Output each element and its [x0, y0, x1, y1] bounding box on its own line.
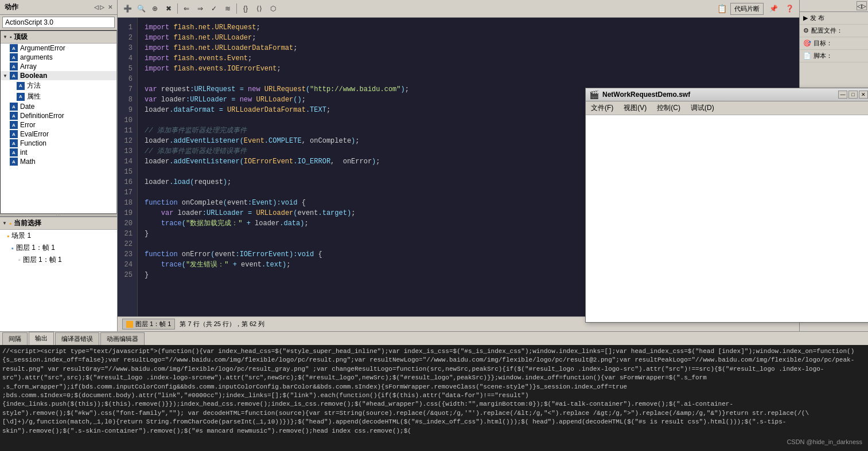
- script-version-select[interactable]: ActionScript 3.0: [2, 17, 115, 28]
- swf-menu-debug-label: 调试(D): [691, 104, 714, 112]
- scene-label: 场景 1: [11, 231, 31, 241]
- toolbar-right: 📋 代码片断 📌 ❓: [717, 2, 796, 15]
- publish-label: 发 布: [810, 14, 824, 22]
- swf-menu-file[interactable]: 文件(F): [589, 103, 615, 113]
- class-icon: A: [10, 44, 18, 52]
- find-btn[interactable]: 🔍: [135, 2, 147, 15]
- debug-btn[interactable]: ⬡: [267, 2, 279, 15]
- collapse-btn[interactable]: {}: [239, 2, 252, 15]
- collapse-icon-bottom[interactable]: ▼: [2, 221, 7, 226]
- layer-item[interactable]: ▪ 图层 1：帧 1: [0, 242, 117, 254]
- swf-close[interactable]: ✕: [859, 91, 868, 99]
- tree-item-int[interactable]: A int: [1, 148, 116, 157]
- tree-item-label: Date: [20, 103, 34, 111]
- tab-animation-editor[interactable]: 动画编辑器: [100, 332, 145, 345]
- actions-title: 动作 ◁ ▷ ✕: [0, 0, 117, 15]
- tree-item-boolean-group[interactable]: ▼ A Boolean: [1, 71, 116, 80]
- script-icon: 📋: [717, 4, 727, 13]
- right-panel-script[interactable]: 📄 脚本：: [800, 50, 868, 62]
- frame-icon: ▫: [18, 257, 21, 263]
- class-icon: A: [17, 82, 25, 90]
- delete-btn[interactable]: ✖: [162, 2, 175, 15]
- expand-btn[interactable]: ⟨⟩: [253, 2, 266, 15]
- indent-btn[interactable]: ⇐: [180, 2, 193, 15]
- swf-window: 🎬 NetWorkRequestDemo.swf — □ ✕ 文件(F) 视图(…: [585, 88, 868, 323]
- tree-item-boolean-method[interactable]: A 方法: [1, 80, 116, 91]
- right-panel-toggle[interactable]: ◁▷: [857, 1, 867, 10]
- tree-item-error[interactable]: A Error: [1, 120, 116, 130]
- window-arrows[interactable]: ◁ ▷ ✕: [94, 4, 112, 10]
- auto-format-btn[interactable]: ≋: [221, 2, 234, 15]
- tab-compiler-errors[interactable]: 编译器错误: [55, 332, 99, 345]
- swf-minimize[interactable]: —: [838, 91, 847, 99]
- code-snippet-btn[interactable]: 代码片断: [730, 3, 764, 15]
- tree-item-date[interactable]: A Date: [1, 102, 116, 111]
- tree-item-label: DefinitionError: [20, 112, 64, 120]
- script-selector-row: ActionScript 3.0: [0, 15, 117, 30]
- swf-menu-view[interactable]: 视图(V): [622, 103, 648, 113]
- help-btn[interactable]: ❓: [783, 2, 796, 15]
- profile-label: 配置文件：: [811, 26, 843, 35]
- script-right-icon: 📄: [803, 52, 811, 60]
- tree-current-selection: 当前选择: [14, 218, 41, 228]
- outdent-btn[interactable]: ⇒: [194, 2, 207, 15]
- tree-item-function[interactable]: A Function: [1, 139, 116, 148]
- tree-item-evalerror[interactable]: A EvalError: [1, 130, 116, 139]
- class-icon: A: [10, 130, 18, 138]
- class-icon: A: [10, 121, 18, 129]
- class-icon: A: [17, 93, 25, 101]
- scene-layer-label: 图层 1：帧 1: [23, 255, 62, 265]
- target-label: 目标：: [813, 39, 832, 48]
- bottom-tabs: 间隔 输出 编译器错误 动画编辑器: [0, 331, 868, 345]
- tree-item-label: Array: [20, 62, 37, 70]
- sep2: [236, 3, 237, 14]
- tree-item-boolean-property[interactable]: A 属性: [1, 91, 116, 102]
- right-panel-top: ◁▷: [800, 0, 868, 12]
- tree-item-label: Function: [20, 139, 46, 147]
- code-toolbar: ➕ 🔍 ⊕ ✖ ⇐ ⇒ ✓ ≋ {} ⟨⟩ ⬡ 📋 代码片断 📌 ❓: [118, 0, 799, 18]
- tree-item-definitionerror[interactable]: A DefinitionError: [1, 111, 116, 120]
- swf-titlebar: 🎬 NetWorkRequestDemo.swf — □ ✕: [586, 88, 868, 101]
- tab-output[interactable]: 输出: [29, 332, 54, 345]
- right-panel-publish[interactable]: ▶ 发 布: [800, 12, 868, 25]
- tree-item-math[interactable]: A Math: [1, 157, 116, 166]
- swf-title: NetWorkRequestDemo.swf: [602, 91, 835, 99]
- tree-item-argumenterror[interactable]: A ArgumentError: [1, 44, 116, 53]
- scene-item[interactable]: ▪ 场景 1: [0, 230, 117, 242]
- tab-output-label: 输出: [35, 335, 48, 342]
- insert-btn[interactable]: ⊕: [149, 2, 161, 15]
- tree-item-array[interactable]: A Array: [1, 62, 116, 71]
- tab-interval[interactable]: 间隔: [2, 332, 28, 345]
- bottom-output[interactable]: //<script><script type="text/javascript"…: [0, 345, 868, 451]
- watermark-text: CSDN @hide_in_darkness: [787, 438, 862, 445]
- right-panel-target[interactable]: 🎯 目标：: [800, 37, 868, 50]
- close-btn[interactable]: ✕: [108, 4, 112, 10]
- swf-maximize[interactable]: □: [848, 91, 858, 99]
- tree-item-label: 方法: [27, 81, 41, 91]
- tree-item-label: Error: [20, 121, 36, 129]
- arrow-right[interactable]: ▷: [100, 4, 104, 10]
- tree-item-label: Math: [20, 158, 36, 166]
- add-btn[interactable]: ➕: [121, 2, 134, 15]
- swf-menu-control[interactable]: 控制(C): [655, 103, 682, 113]
- output-content: //<script><script type="text/javascript"…: [2, 348, 854, 434]
- target-icon: 🎯: [803, 40, 811, 47]
- tree-item-arguments[interactable]: A arguments: [1, 53, 116, 62]
- swf-menu-debug[interactable]: 调试(D): [689, 103, 716, 113]
- tree-item-label: Boolean: [20, 72, 47, 80]
- tree-top-label: 顶级: [14, 32, 28, 42]
- collapse-icon[interactable]: ▼: [3, 34, 7, 40]
- pin-btn[interactable]: 📌: [767, 2, 780, 15]
- layer-label: 图层 1：帧 1: [16, 243, 55, 253]
- watermark: CSDN @hide_in_darkness: [787, 438, 862, 445]
- arrow-left[interactable]: ◁: [94, 4, 99, 10]
- tree-header-bottom: ▼ ▪ 当前选择: [0, 217, 117, 230]
- right-panel-profile[interactable]: ⚙ 配置文件：: [800, 25, 868, 37]
- line-numbers: 12345 678910 1112131415 1617181920 21222…: [118, 18, 138, 316]
- tab-animation-editor-label: 动画编辑器: [107, 335, 138, 342]
- scene-layer-item[interactable]: ▫ 图层 1：帧 1: [0, 254, 117, 266]
- profile-icon: ⚙: [803, 27, 809, 34]
- collapse-icon-boolean: ▼: [3, 73, 7, 79]
- swf-menubar: 文件(F) 视图(V) 控制(C) 调试(D): [586, 101, 868, 115]
- check-syntax-btn[interactable]: ✓: [208, 2, 220, 15]
